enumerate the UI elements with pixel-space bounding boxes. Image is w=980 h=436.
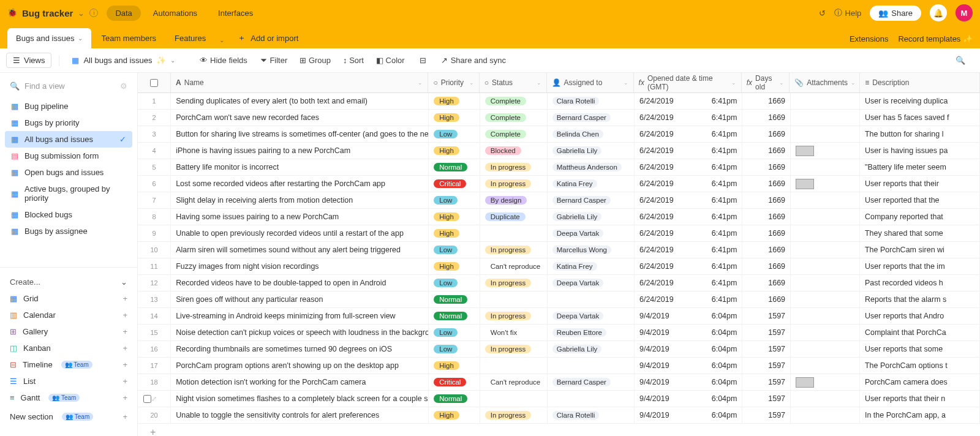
create-timeline[interactable]: ⊟ Timeline👥 Team+ [9,356,129,373]
view-blocked-bugs[interactable]: ▦ Blocked bugs [5,206,132,223]
cell-description[interactable]: User reports that some [860,341,980,357]
cell-priority[interactable]: Low [429,275,480,291]
cell-description[interactable]: Past recorded videos h [860,275,980,291]
cell-status[interactable] [480,291,548,307]
cell-name[interactable]: Sending duplicates of every alert (to bo… [171,93,429,109]
hide-fields-button[interactable]: 👁 Hide fields [194,53,253,68]
view-active-bugs-grouped-by-priority[interactable]: ▦ Active bugs, grouped by priority [5,181,132,206]
cell-priority[interactable]: Normal [429,308,480,324]
extensions-link[interactable]: Extensions [850,34,889,43]
filter-button[interactable]: ⏷ Filter [254,53,294,68]
select-all-checkbox[interactable] [138,73,171,92]
top-tab-data[interactable]: Data [107,6,140,21]
cell-priority[interactable]: Critical [429,374,480,390]
search-icon[interactable]: 🔍 [947,56,974,65]
cell-priority[interactable]: High [429,110,480,126]
table-row[interactable]: 12Recorded videos have to be double-tapp… [138,275,980,291]
views-button[interactable]: ☰ Views [6,53,51,68]
cell-assigned[interactable]: Clara Rotelli [548,407,635,423]
search-views-input[interactable]: 🔍 Find a view⚙ [0,78,137,94]
cell-attachment[interactable] [791,126,860,142]
cell-assigned[interactable]: Deepa Vartak [548,308,635,324]
row-number[interactable]: 1 [138,93,171,109]
cell-assigned[interactable]: Reuben Ettore [548,325,635,340]
cell-assigned[interactable]: Katina Frey [548,258,635,274]
cell-description[interactable]: User reports that the im [860,258,980,274]
cell-name[interactable]: Having some issues pairing to a new Porc… [171,209,429,225]
cell-status[interactable]: In progress [480,159,548,175]
table-row[interactable]: 14Live-streaming in Android keeps minimi… [138,308,980,325]
cell-name[interactable]: Fuzzy images from night vision recording… [171,258,429,274]
row-height-button[interactable]: ⊟ [413,53,432,68]
table-row[interactable]: 5Battery life monitor is incorrectNormal… [138,159,980,176]
cell-description[interactable]: In the PorchCam app, a [860,407,980,423]
cell-status[interactable]: In progress [480,308,548,324]
cell-assigned[interactable]: Gabriella Lily [548,341,635,357]
cell-assigned[interactable]: Deepa Vartak [548,225,635,241]
record-templates-link[interactable]: Record templates ✨ [898,34,973,43]
table-row[interactable]: 7Slight delay in receiving alerts from m… [138,192,980,209]
column-days[interactable]: fx Days old⌄ [742,73,790,92]
cell-description[interactable]: Company reported that [860,209,980,225]
cell-status[interactable]: Can't reproduce [480,258,548,274]
row-number[interactable]: 10 [138,242,171,258]
help-link[interactable]: ⓘ Help [834,7,862,18]
cell-assigned[interactable]: Deepa Vartak [548,275,635,291]
cell-priority[interactable]: Low [429,126,480,142]
cell-description[interactable]: User is having issues pa [860,143,980,159]
row-number[interactable]: 16 [138,341,171,357]
table-row[interactable]: 15Noise detection can't pickup voices or… [138,325,980,341]
column-priority[interactable]: ○ Priority⌄ [428,73,479,92]
table-row[interactable]: 18Motion detection isn't working for the… [138,374,980,391]
cell-name[interactable]: Battery life monitor is incorrect [171,159,429,175]
cell-name[interactable]: Unable to toggle the sensitivity control… [171,407,429,423]
cell-name[interactable]: Night vision sometimes flashes to a comp… [171,391,429,407]
cell-attachment[interactable] [791,209,860,225]
view-bug-submission-form[interactable]: ▤ Bug submission form [5,148,132,164]
cell-assigned[interactable] [548,291,635,307]
table-row[interactable]: 16Recording thumbnails are sometimes tur… [138,341,980,358]
row-number[interactable]: 14 [138,308,171,324]
table-row[interactable]: 4iPhone is having issues pairing to a ne… [138,143,980,159]
cell-assigned[interactable]: Bernard Casper [548,374,635,390]
cell-priority[interactable]: Normal [429,291,480,307]
cell-priority[interactable]: High [429,225,480,241]
cell-assigned[interactable]: Gabriella Lily [548,143,635,159]
cell-priority[interactable]: High [429,209,480,225]
cell-name[interactable]: PorchCam program options aren't showing … [171,358,429,374]
cell-attachment[interactable] [791,291,860,307]
table-row[interactable]: 8Having some issues pairing to a new Por… [138,209,980,225]
cell-priority[interactable]: Normal [429,159,480,175]
cell-attachment[interactable] [791,176,860,192]
cell-attachment[interactable] [791,192,860,208]
table-row[interactable]: 2PorchCam won't save new recorded facesH… [138,110,980,126]
add-table-button[interactable]: ＋ Add or import [229,28,307,48]
view-all-bugs-and-issues[interactable]: ▦ All bugs and issues✓ [5,131,132,148]
cell-status[interactable] [480,391,548,407]
base-name[interactable]: Bug tracker [22,8,73,18]
cell-priority[interactable]: Low [429,325,480,340]
cell-description[interactable]: "Battery life meter seem [860,159,980,175]
cell-name[interactable]: Recording thumbnails are sometimes turne… [171,341,429,357]
cell-name[interactable]: Live-streaming in Android keeps minimizi… [171,308,429,324]
view-bug-pipeline[interactable]: ▦ Bug pipeline [5,98,132,115]
tab-dropdown[interactable]: ⌄ [216,32,228,48]
cell-description[interactable]: User reports that their n [860,391,980,407]
cell-assigned[interactable]: Gabriella Lily [548,209,635,225]
cell-attachment[interactable] [791,325,860,340]
add-row-button[interactable]: + [138,424,980,436]
cell-description[interactable]: The PorchCam options t [860,358,980,374]
table-row[interactable]: 3Button for sharing live streams is some… [138,126,980,143]
cell-description[interactable]: Reports that the alarm s [860,291,980,307]
cell-assigned[interactable]: Clara Rotelli [548,93,635,109]
row-number[interactable]: ⤢ [138,391,171,407]
cell-assigned[interactable] [548,391,635,407]
cell-description[interactable]: The button for sharing l [860,126,980,142]
cell-name[interactable]: Recorded videos have to be double-tapped… [171,275,429,291]
cell-status[interactable]: Complete [480,126,548,142]
row-number[interactable]: 11 [138,258,171,274]
create-grid[interactable]: ▦ Grid+ [9,290,129,307]
cell-priority[interactable]: High [429,258,480,274]
cell-description[interactable]: User reports that their [860,176,980,192]
sort-button[interactable]: ↕ Sort [337,53,370,68]
